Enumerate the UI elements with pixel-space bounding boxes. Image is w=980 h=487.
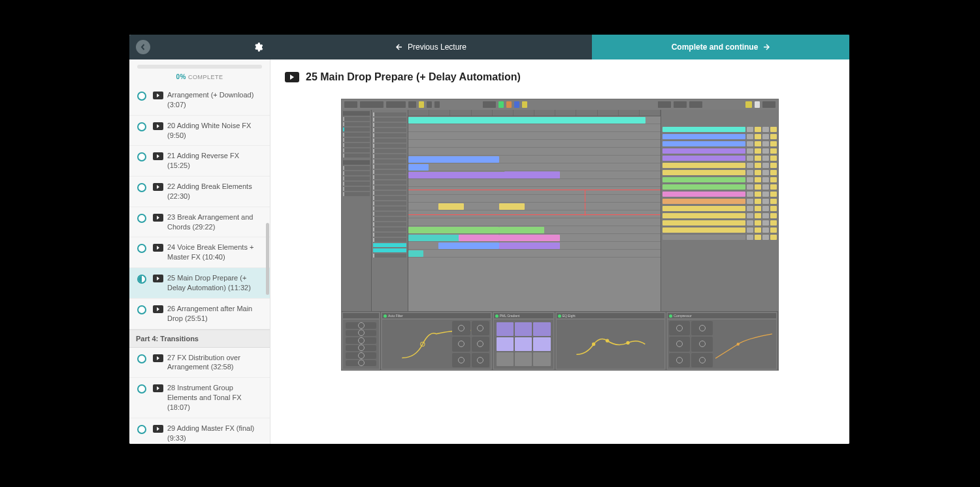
lecture-label: 27 FX Distribution over Arrangement (32:…	[167, 353, 263, 373]
arrow-right-icon	[763, 44, 770, 50]
daw-track-mixer	[661, 110, 778, 311]
mixer-track-name	[662, 156, 745, 161]
video-icon	[153, 183, 163, 191]
lecture-item[interactable]: Arrangement (+ Download) (3:07)	[129, 85, 270, 116]
lecture-item[interactable]: 26 Arrangement after Main Drop (25:51)	[129, 299, 270, 329]
daw-fx-gradient: PML Gradient	[493, 312, 555, 370]
svg-point-3	[626, 341, 629, 344]
mixer-track-name	[662, 170, 745, 175]
lecture-title-row: 25 Main Drop Prepare (+ Delay Automation…	[285, 71, 835, 83]
mixer-track-name	[662, 134, 745, 139]
video-icon	[153, 354, 163, 362]
lecture-label: Arrangement (+ Download) (3:07)	[167, 90, 263, 110]
daw-browser-categories	[342, 110, 372, 311]
mixer-track-row	[662, 176, 777, 183]
mixer-track-row	[662, 133, 777, 140]
video-icon	[153, 244, 163, 252]
svg-point-4	[737, 343, 740, 345]
previous-lecture-label: Previous Lecture	[408, 42, 466, 52]
video-icon	[153, 152, 163, 160]
lecture-item[interactable]: 25 Main Drop Prepare (+ Delay Automation…	[129, 268, 270, 299]
mixer-track-name	[662, 235, 745, 240]
mixer-track-row	[662, 227, 777, 233]
mixer-track-row	[662, 126, 777, 133]
daw-transport-bar	[342, 99, 778, 110]
complete-continue-button[interactable]: Complete and continue	[592, 35, 849, 59]
lecture-status-circle	[137, 354, 146, 363]
lecture-status-circle	[137, 152, 146, 161]
section-header: Part 4: Transitions	[129, 329, 270, 348]
svg-point-1	[592, 343, 595, 346]
daw-fx-autofilter: Auto Filter	[381, 312, 493, 370]
lecture-status-circle	[137, 425, 146, 434]
lecture-status-circle	[137, 122, 146, 131]
mixer-track-row	[662, 184, 777, 190]
mixer-track-row	[662, 141, 777, 147]
lecture-status-circle	[137, 183, 146, 192]
lecture-label: 25 Main Drop Prepare (+ Delay Automation…	[167, 273, 263, 293]
gear-icon	[253, 42, 263, 52]
lecture-item[interactable]: 23 Break Arrangement and Chords (29:22)	[129, 207, 270, 238]
lecture-item[interactable]: 24 Voice Break Elements + Master FX (10:…	[129, 237, 270, 268]
mixer-track-row	[662, 205, 777, 212]
lecture-label: 22 Adding Break Elements (22:30)	[167, 182, 263, 201]
progress-label: 0% COMPLETE	[129, 70, 270, 85]
lecture-status-circle	[137, 305, 146, 314]
sidebar-scrollbar[interactable]	[266, 223, 269, 295]
mixer-track-name	[662, 199, 745, 204]
lecture-item[interactable]: 28 Instrument Group Elements and Tonal F…	[129, 378, 270, 418]
mixer-track-name	[662, 163, 745, 168]
mixer-track-name	[662, 177, 745, 182]
lecture-item[interactable]: 21 Adding Reverse FX (15:25)	[129, 146, 270, 176]
lecture-list[interactable]: Arrangement (+ Download) (3:07)20 Adding…	[129, 85, 270, 444]
video-icon	[153, 305, 163, 313]
lecture-status-circle	[137, 244, 146, 253]
mixer-track-name	[662, 206, 745, 211]
lecture-item[interactable]: 27 FX Distribution over Arrangement (32:…	[129, 348, 270, 378]
course-sidebar: 0% COMPLETE Arrangement (+ Download) (3:…	[129, 59, 270, 444]
progress-percent: 0%	[176, 73, 186, 80]
lecture-title: 25 Main Drop Prepare (+ Delay Automation…	[306, 71, 521, 83]
mixer-track-row	[662, 212, 777, 219]
daw-browser-items	[372, 110, 408, 311]
chevron-left-icon	[140, 44, 146, 50]
mixer-track-row	[662, 191, 777, 197]
lecture-item[interactable]: 20 Adding White Noise FX (9:50)	[129, 116, 270, 146]
mixer-track-row	[662, 169, 777, 176]
mixer-track-row	[662, 148, 777, 154]
main-content: 25 Main Drop Prepare (+ Delay Automation…	[270, 59, 849, 444]
progress-suffix: COMPLETE	[188, 74, 223, 80]
video-player[interactable]: Auto Filter PML Gradient	[341, 99, 779, 371]
video-icon	[153, 384, 163, 392]
progress-area	[129, 59, 270, 70]
lecture-item[interactable]: 22 Adding Break Elements (22:30)	[129, 176, 270, 207]
daw-fx-eqeight: EQ Eight	[555, 312, 667, 370]
mixer-track-row	[662, 234, 777, 241]
daw-arrangement-view	[408, 110, 661, 311]
mixer-track-name	[662, 141, 745, 146]
lecture-item[interactable]: 29 Adding Master FX (final) (9:33)	[129, 418, 270, 444]
lecture-label: 24 Voice Break Elements + Master FX (10:…	[167, 243, 263, 262]
previous-lecture-button[interactable]: Previous Lecture	[270, 35, 592, 59]
lecture-label: 21 Adding Reverse FX (15:25)	[167, 151, 263, 171]
arrow-left-icon	[396, 44, 402, 50]
daw-device-rack	[342, 312, 381, 370]
back-button[interactable]	[136, 40, 150, 54]
video-icon	[153, 122, 163, 130]
lecture-status-circle	[137, 384, 146, 394]
mixer-track-name	[662, 213, 745, 218]
mixer-track-name	[662, 220, 745, 226]
lecture-label: 29 Adding Master FX (final) (9:33)	[167, 424, 263, 443]
topbar-left	[129, 35, 270, 59]
mixer-track-name	[662, 148, 745, 154]
mixer-track-row	[662, 162, 777, 169]
lecture-label: 20 Adding White Noise FX (9:50)	[167, 121, 263, 141]
mixer-track-name	[662, 192, 745, 197]
settings-button[interactable]	[252, 41, 264, 53]
progress-bar	[137, 65, 262, 69]
lecture-status-circle	[137, 92, 146, 101]
svg-point-2	[606, 339, 609, 343]
mixer-track-name	[662, 227, 745, 233]
daw-fx-compressor: Compressor	[666, 312, 778, 370]
video-icon	[285, 72, 299, 82]
